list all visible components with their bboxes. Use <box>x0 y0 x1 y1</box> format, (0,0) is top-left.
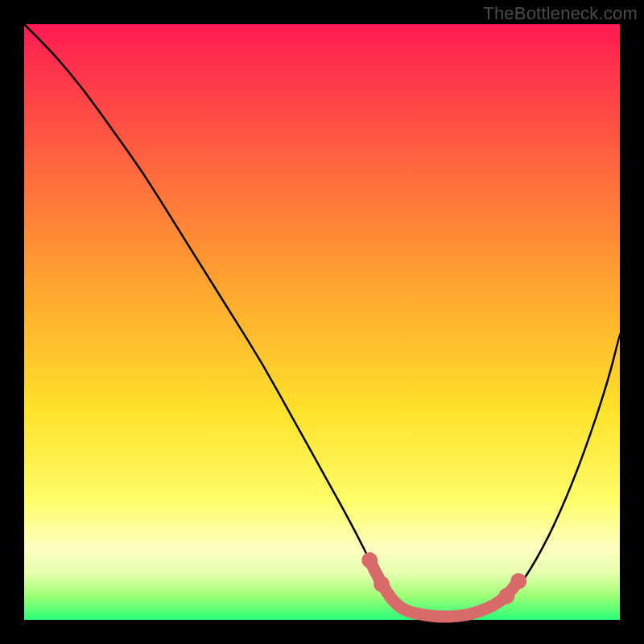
optimal-dot <box>361 552 378 568</box>
optimal-band <box>369 560 518 617</box>
watermark-text: TheBottleneck.com <box>483 3 638 24</box>
optimal-dot <box>510 573 526 589</box>
optimal-dot <box>374 576 390 592</box>
chart-frame: TheBottleneck.com <box>0 0 644 644</box>
plot-area <box>24 24 620 620</box>
bottleneck-curve <box>24 24 620 617</box>
curve-layer <box>24 24 620 620</box>
optimal-dot <box>498 588 514 604</box>
